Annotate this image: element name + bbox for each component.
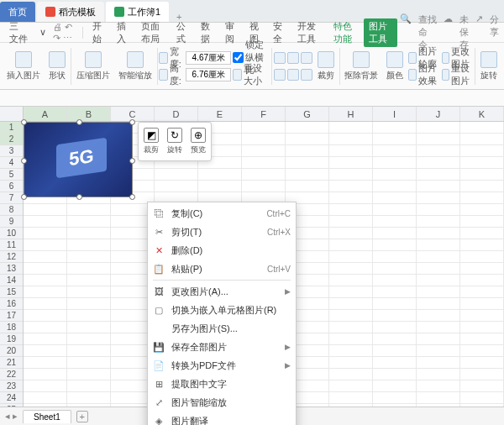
resize-handle[interactable] — [76, 194, 82, 200]
add-sheet-button[interactable]: + — [76, 411, 88, 422]
col-header[interactable]: G — [286, 107, 329, 121]
row-header[interactable]: 1 — [0, 122, 23, 134]
row-header[interactable]: 7 — [0, 192, 23, 204]
ribbon-tab[interactable]: 安全 — [268, 18, 290, 47]
resize-handle[interactable] — [21, 194, 27, 200]
resize-handle[interactable] — [129, 158, 135, 164]
submenu-arrow-icon: ▶ — [285, 343, 291, 351]
context-menu-item[interactable]: 📄转换为PDF文件▶ — [148, 356, 296, 375]
row-header[interactable]: 12 — [0, 251, 23, 263]
gallery-icon[interactable] — [301, 52, 312, 64]
row-header[interactable]: 4 — [0, 157, 23, 169]
sheet-tab[interactable]: Sheet1 — [23, 410, 71, 423]
smart-scale-button[interactable]: 智能缩放 — [115, 51, 155, 81]
resize-handle[interactable] — [21, 158, 27, 164]
crop-button[interactable]: 裁剪 — [314, 51, 338, 81]
row-header[interactable]: 23 — [0, 380, 23, 392]
row-header[interactable]: 3 — [0, 145, 23, 157]
ribbon-tab[interactable]: 公式 — [171, 18, 193, 47]
resize-handle[interactable] — [21, 119, 27, 125]
context-menu-item[interactable]: 💾保存全部图片▶ — [148, 338, 296, 356]
context-menu-item[interactable]: 另存为图片(S)... — [148, 319, 296, 338]
gallery-icon[interactable] — [287, 69, 299, 81]
reset-pic-button[interactable]: 重设图片 — [442, 67, 474, 82]
col-header[interactable]: A — [24, 107, 67, 121]
col-header[interactable]: F — [242, 107, 286, 121]
col-header[interactable]: I — [373, 107, 417, 121]
float-crop-button[interactable]: ◩裁剪 — [142, 126, 160, 157]
shapes-button[interactable]: 形状 — [45, 51, 69, 81]
spreadsheet-grid: ABCDEFGHIJK 1234567891011121314151617181… — [0, 107, 504, 416]
reset-size-button[interactable]: 重设大小 — [233, 67, 270, 82]
resize-handle[interactable] — [129, 119, 135, 125]
crop-icon: ◩ — [144, 128, 159, 143]
ribbon-tab[interactable]: 数据 — [196, 18, 218, 47]
row-header[interactable]: 22 — [0, 369, 23, 380]
context-menu-item[interactable]: ✂剪切(T)Ctrl+X — [148, 223, 296, 241]
select-all-corner[interactable] — [0, 107, 24, 121]
compress-button[interactable]: 压缩图片 — [73, 51, 113, 81]
col-header[interactable]: J — [417, 107, 460, 121]
color-button[interactable]: 颜色 — [383, 51, 407, 81]
file-arrow-icon[interactable]: ∨ — [35, 25, 50, 39]
row-header[interactable]: 8 — [0, 204, 23, 216]
col-header[interactable]: D — [155, 107, 198, 121]
row-header[interactable]: 9 — [0, 216, 23, 228]
sheet-nav[interactable]: ◂ ▸ — [5, 411, 18, 422]
context-menu-item[interactable]: ✕删除(D) — [148, 241, 296, 260]
height-input[interactable] — [186, 68, 231, 81]
share-icon[interactable]: ↗ — [475, 13, 483, 51]
row-header[interactable]: 16 — [0, 298, 23, 310]
search-icon[interactable]: 🔍 — [400, 13, 412, 51]
ribbon-tab[interactable]: 特色功能 — [328, 18, 362, 47]
rotate-button[interactable]: 旋转 — [477, 51, 501, 81]
cells-area[interactable]: 5G ◩裁剪 ↻旋转 ⊕预览 ⿻复制(C)Ctrl+C✂剪切(T)Ctrl+X✕… — [24, 122, 504, 416]
float-preview-button[interactable]: ⊕预览 — [189, 126, 207, 157]
gallery-icon[interactable] — [274, 52, 286, 64]
col-header[interactable]: H — [329, 107, 373, 121]
remove-bg-button[interactable]: 抠除背景 — [341, 51, 381, 81]
ribbon-tab[interactable]: 审阅 — [220, 18, 242, 47]
ribbon-tab[interactable]: 开发工具 — [292, 18, 326, 47]
effect-button[interactable]: 图片效果 — [408, 67, 440, 82]
row-header[interactable]: 10 — [0, 228, 23, 239]
row-header[interactable]: 18 — [0, 322, 23, 333]
float-rotate-button[interactable]: ↻旋转 — [165, 126, 184, 157]
context-menu-item[interactable]: ⿻复制(C)Ctrl+C — [148, 204, 296, 223]
row-header[interactable]: 15 — [0, 286, 23, 298]
row-header[interactable]: 21 — [0, 357, 23, 369]
row-header[interactable]: 14 — [0, 275, 23, 286]
gallery-icon[interactable] — [287, 52, 299, 64]
context-menu-item[interactable]: ▢切换为嵌入单元格图片(R) — [148, 301, 296, 319]
selected-image[interactable]: 5G — [24, 122, 133, 197]
row-header[interactable]: 19 — [0, 333, 23, 345]
context-menu-item[interactable]: ⊞提取图中文字 — [148, 375, 296, 393]
context-menu-item[interactable]: 📋粘贴(P)Ctrl+V — [148, 260, 296, 278]
resize-handle[interactable] — [129, 194, 135, 200]
col-header[interactable]: E — [198, 107, 242, 121]
ribbon-tab[interactable]: 开始 — [87, 18, 109, 47]
context-menu-item[interactable]: ⤢图片智能缩放 — [148, 393, 296, 412]
file-menu[interactable]: 三 文件 — [5, 18, 33, 47]
gallery-icon[interactable] — [301, 69, 312, 81]
insert-picture-button[interactable]: 插入图片 — [3, 51, 44, 81]
width-input[interactable] — [186, 51, 231, 65]
row-header[interactable]: 24 — [0, 392, 23, 404]
ribbon-tab[interactable]: 插入 — [112, 18, 134, 47]
resize-handle[interactable] — [76, 119, 82, 125]
context-menu-item[interactable]: 🖼更改图片(A)...▶ — [148, 282, 296, 301]
row-header[interactable]: 6 — [0, 181, 23, 192]
context-menu-item[interactable]: ◈图片翻译 — [148, 412, 296, 425]
gallery-icon[interactable] — [274, 69, 286, 81]
col-header[interactable]: B — [67, 107, 111, 121]
column-headers: ABCDEFGHIJK — [0, 107, 504, 122]
ribbon-tab[interactable]: 页面布局 — [136, 18, 170, 47]
ribbon-tab-picture-tools[interactable]: 图片工具 — [364, 18, 397, 47]
row-header[interactable]: 17 — [0, 310, 23, 322]
row-header[interactable]: 2 — [0, 134, 23, 145]
col-header[interactable]: K — [460, 107, 504, 121]
row-header[interactable]: 13 — [0, 263, 23, 275]
row-header[interactable]: 20 — [0, 345, 23, 357]
row-header[interactable]: 11 — [0, 239, 23, 251]
row-header[interactable]: 5 — [0, 169, 23, 181]
